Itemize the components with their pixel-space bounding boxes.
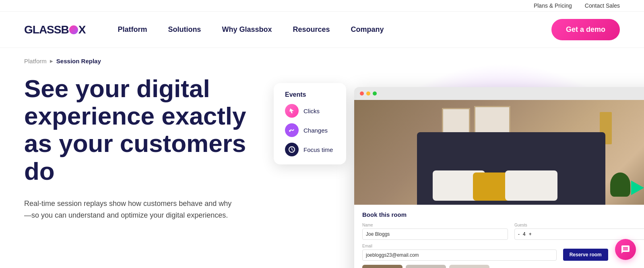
nav-platform[interactable]: Platform: [118, 25, 147, 34]
breadcrumb-current: Session Replay: [56, 58, 101, 64]
svg-marker-0: [289, 108, 294, 113]
events-card-title: Events: [285, 91, 335, 98]
hero-section: See your digital experience exactly as y…: [0, 71, 644, 268]
guests-plus[interactable]: +: [529, 231, 532, 237]
name-field-group: Name: [362, 223, 508, 240]
nav-resources[interactable]: Resources: [293, 25, 330, 34]
get-demo-button[interactable]: Get a demo: [551, 19, 620, 40]
changes-icon: [285, 123, 299, 137]
changes-label: Changes: [303, 127, 328, 134]
pillow-right: [505, 170, 557, 201]
hero-visual: Events Clicks Changes: [266, 71, 620, 268]
breadcrumb-platform-link[interactable]: Platform: [24, 58, 47, 64]
clicks-label: Clicks: [303, 108, 320, 114]
logo-text: GLASSBX: [24, 23, 85, 36]
top-bar: Plans & Pricing Contact Sales: [0, 0, 644, 12]
reserve-button[interactable]: Reserve room: [563, 249, 608, 261]
navbar: GLASSBX Platform Solutions Why Glassbox …: [0, 12, 644, 48]
room-photo: [354, 100, 644, 205]
breadcrumb-arrow-icon: ▶: [50, 59, 53, 63]
guests-control: - 4 +: [514, 229, 644, 240]
thumbnail-3: [449, 265, 489, 268]
browser-minimize-dot: [366, 91, 370, 96]
events-card: Events Clicks Changes: [274, 83, 346, 164]
logo-o-icon: [69, 25, 78, 34]
logo[interactable]: GLASSBX: [24, 23, 85, 36]
svg-point-1: [289, 130, 291, 132]
email-input[interactable]: [362, 249, 557, 261]
browser-maximize-dot: [373, 91, 377, 96]
chat-bubble-button[interactable]: [615, 239, 636, 260]
hero-title: See your digital experience exactly as y…: [24, 75, 266, 185]
browser-toolbar: [354, 87, 644, 100]
nav-company[interactable]: Company: [351, 25, 384, 34]
focus-icon: [285, 143, 299, 156]
guests-minus[interactable]: -: [518, 231, 520, 237]
room-plant: [610, 172, 630, 197]
wall-frame-2: [474, 106, 510, 134]
hero-description: Real-time session replays show how custo…: [24, 198, 233, 221]
thumbnail-1: [362, 265, 402, 268]
breadcrumb: Platform ▶ Session Replay: [0, 48, 644, 71]
nav-why-glassbox[interactable]: Why Glassbox: [222, 25, 272, 34]
plans-pricing-link[interactable]: Plans & Pricing: [534, 2, 572, 9]
event-focus: Focus time: [285, 143, 335, 156]
hero-content: See your digital experience exactly as y…: [24, 71, 266, 221]
play-arrow-icon: [631, 181, 644, 195]
guests-label: Guests: [514, 223, 644, 227]
browser-close-dot: [360, 91, 364, 96]
focus-label: Focus time: [303, 146, 333, 153]
clicks-icon: [285, 104, 299, 118]
email-field-group: Email: [362, 244, 557, 261]
email-label: Email: [362, 244, 557, 248]
booking-form: Book this room Name Guests - 4 +: [354, 205, 644, 268]
room-thumbnails: [362, 265, 644, 268]
guests-value: 4: [523, 231, 526, 237]
browser-mockup: Book this room Name Guests - 4 +: [354, 87, 644, 268]
contact-sales-link[interactable]: Contact Sales: [585, 2, 620, 9]
name-label: Name: [362, 223, 508, 227]
form-row-email: Email Reserve room: [362, 244, 644, 261]
nav-solutions[interactable]: Solutions: [168, 25, 201, 34]
booking-title: Book this room: [362, 211, 644, 218]
event-clicks: Clicks: [285, 104, 335, 118]
thumbnail-2: [406, 265, 446, 268]
guests-field-group: Guests - 4 +: [514, 223, 644, 240]
event-changes: Changes: [285, 123, 335, 137]
form-row-top: Name Guests - 4 +: [362, 223, 644, 240]
nav-links: Platform Solutions Why Glassbox Resource…: [118, 25, 551, 34]
name-input[interactable]: [362, 229, 508, 240]
